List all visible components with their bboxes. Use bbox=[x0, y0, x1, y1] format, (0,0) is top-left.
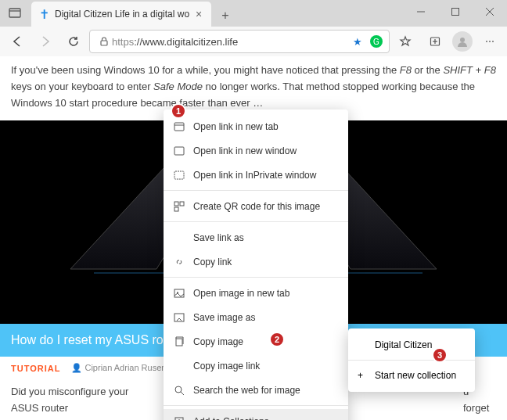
chevron-right-icon: › bbox=[336, 416, 339, 421]
svg-rect-3 bbox=[452, 9, 459, 16]
forward-button[interactable] bbox=[33, 29, 58, 54]
collections-submenu: Digital Citizen +Start new collection bbox=[348, 328, 475, 392]
url-text: https://www.digitalcitizen.life bbox=[112, 36, 238, 48]
ctx-save-image[interactable]: Save image as bbox=[164, 305, 348, 329]
link-icon bbox=[173, 257, 185, 267]
navbar: https://www.digitalcitizen.life ★ G ⋯ bbox=[0, 27, 507, 56]
ctx-open-link-new-tab[interactable]: Open link in new tab bbox=[164, 114, 348, 138]
titlebar: ✝ Digital Citizen Life in a digital wo ×… bbox=[0, 0, 507, 27]
svg-rect-6 bbox=[101, 41, 107, 45]
back-button[interactable] bbox=[5, 29, 30, 54]
article-body: Did you misconfigure your ASUS router th… bbox=[0, 379, 164, 420]
new-tab-icon bbox=[173, 121, 185, 132]
category-tag[interactable]: TUTORIAL bbox=[11, 364, 60, 373]
ctx-open-image[interactable]: Open image in new tab bbox=[164, 281, 348, 305]
svg-rect-17 bbox=[174, 202, 178, 206]
ctx-copy-image[interactable]: Copy image bbox=[164, 329, 348, 354]
plus-icon: + bbox=[358, 370, 369, 381]
author-name[interactable]: 👤 Ciprian Adrian Rusen bbox=[71, 363, 166, 373]
tab-favicon-icon: ✝ bbox=[38, 8, 50, 20]
profile-avatar[interactable] bbox=[452, 31, 473, 52]
tab-title: Digital Citizen Life in a digital wo bbox=[55, 9, 192, 20]
maximize-button[interactable] bbox=[438, 0, 473, 23]
ctx-search-image[interactable]: Search the web for image bbox=[164, 378, 348, 402]
browser-tab[interactable]: ✝ Digital Citizen Life in a digital wo × bbox=[31, 2, 211, 27]
window-controls bbox=[404, 0, 507, 23]
svg-rect-19 bbox=[174, 207, 178, 211]
save-icon bbox=[173, 312, 185, 323]
ctx-copy-image-link[interactable]: Copy image link bbox=[164, 354, 348, 378]
context-menu: Open link in new tab Open link in new wi… bbox=[164, 109, 348, 420]
annotation-badge-2: 2 bbox=[269, 332, 285, 347]
svg-rect-13 bbox=[174, 123, 184, 131]
menu-button[interactable]: ⋯ bbox=[477, 29, 502, 54]
ctx-open-inprivate[interactable]: Open link in InPrivate window bbox=[164, 163, 348, 187]
favorite-star-icon[interactable]: ★ bbox=[353, 36, 362, 48]
svg-rect-22 bbox=[174, 314, 184, 321]
qr-icon bbox=[173, 201, 185, 212]
ctx-add-to-collections[interactable]: Add to Collections› bbox=[164, 409, 348, 420]
favorites-icon[interactable] bbox=[393, 29, 418, 54]
site-info-icon[interactable] bbox=[96, 36, 112, 47]
edge-app-icon bbox=[3, 2, 27, 25]
inprivate-icon bbox=[173, 170, 185, 181]
search-icon bbox=[173, 385, 185, 396]
ctx-create-qr[interactable]: Create QR code for this image bbox=[164, 194, 348, 218]
address-bar[interactable]: https://www.digitalcitizen.life ★ G bbox=[89, 30, 390, 53]
svg-rect-20 bbox=[174, 289, 184, 297]
refresh-button[interactable] bbox=[61, 29, 86, 54]
collection-digital-citizen[interactable]: Digital Citizen bbox=[348, 333, 475, 357]
svg-rect-15 bbox=[174, 147, 184, 155]
svg-rect-0 bbox=[9, 9, 20, 17]
svg-rect-18 bbox=[180, 202, 184, 206]
ctx-save-link[interactable]: Save link as bbox=[164, 225, 348, 249]
ctx-copy-link[interactable]: Copy link bbox=[164, 249, 348, 274]
close-window-button[interactable] bbox=[473, 0, 507, 23]
start-new-collection[interactable]: +Start new collection bbox=[348, 364, 475, 387]
copy-icon bbox=[173, 336, 185, 347]
new-tab-button[interactable]: + bbox=[214, 5, 236, 27]
svg-point-10 bbox=[460, 38, 465, 42]
article-paragraph: If you've been using Windows 10 for a wh… bbox=[0, 56, 507, 117]
tab-close-button[interactable]: × bbox=[192, 8, 205, 20]
green-badge-icon[interactable]: G bbox=[370, 35, 383, 48]
collections-icon bbox=[173, 416, 185, 421]
svg-rect-23 bbox=[176, 339, 182, 346]
svg-rect-16 bbox=[174, 171, 184, 179]
svg-line-25 bbox=[181, 392, 184, 395]
svg-point-24 bbox=[175, 386, 182, 393]
minimize-button[interactable] bbox=[404, 0, 438, 23]
annotation-badge-3: 3 bbox=[432, 347, 448, 363]
annotation-badge-1: 1 bbox=[171, 103, 186, 119]
new-window-icon bbox=[173, 145, 185, 156]
collections-icon[interactable] bbox=[422, 29, 448, 54]
ctx-open-link-new-window[interactable]: Open link in new window bbox=[164, 138, 348, 163]
image-icon bbox=[173, 288, 185, 299]
